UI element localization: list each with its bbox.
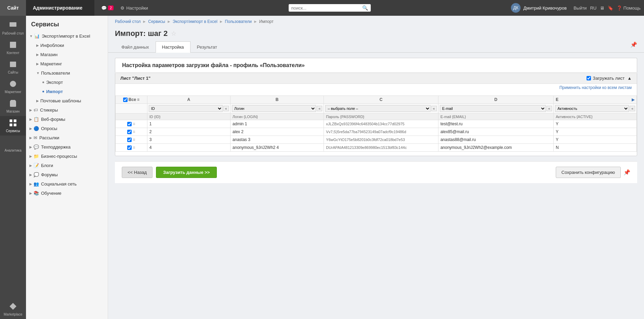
tab-result[interactable]: Результат (190, 41, 224, 52)
col-a-select[interactable]: ID (149, 105, 223, 112)
logout-button[interactable]: Выйти (574, 5, 587, 11)
col-d-select[interactable]: E-mail (440, 105, 546, 112)
nav-item-label: Обучение (41, 191, 61, 196)
sidebar-item-learning[interactable]: ▶ 📚 Обучение (26, 189, 108, 198)
scrollbar-top[interactable] (116, 91, 636, 95)
row-col-e: Y (553, 120, 636, 128)
collapse-up-icon[interactable]: ▲ (627, 76, 632, 81)
help-button[interactable]: ❓ Помощь (617, 5, 641, 11)
apply-all-link[interactable]: Применить настройки ко всем листам (115, 84, 637, 91)
col-c-expand-btn[interactable]: « (431, 106, 437, 111)
col-b-expand-btn[interactable]: « (317, 106, 322, 111)
load-data-button[interactable]: Загрузить данные >> (156, 167, 217, 178)
pin-icon[interactable]: 📌 (630, 41, 637, 52)
bookmark-icon: 🔖 (608, 5, 613, 11)
breadcrumb-sep: ► (142, 19, 146, 24)
chevron-down-icon: ▼ (36, 71, 40, 75)
sidebar-item-marketing[interactable]: Маркетинг (0, 77, 26, 97)
load-sheet-checkbox[interactable] (587, 76, 591, 80)
row-handle-icon: ≡ (133, 137, 135, 142)
sidebar-item-shop[interactable]: Магазин (0, 97, 26, 116)
sidebar-item-export[interactable]: Экспорт (26, 78, 108, 87)
row-col-d: anastas88@mail.ru (438, 136, 553, 144)
col-c-select[interactable]: – выбрать поле – (325, 105, 430, 112)
breadcrumb-excel[interactable]: Экспорт/импорт в Excel (173, 19, 218, 24)
load-sheet-checkbox-label[interactable]: Загружать лист (587, 76, 625, 81)
sidebar-item-import[interactable]: Импорт (26, 87, 108, 96)
sidebar-item-users[interactable]: ▼ Пользователи (26, 68, 108, 78)
services-icon (9, 119, 17, 128)
tab-settings[interactable]: Настройка (156, 41, 190, 53)
sidebar-item-marketing-nav[interactable]: ▶ Маркетинг (26, 59, 108, 68)
back-button[interactable]: << Назад (122, 167, 153, 178)
sidebar-item-blogs[interactable]: ▶ 📝 Блоги (26, 161, 108, 170)
sidebar-item-analytics[interactable]: Аналитика (0, 136, 26, 155)
select-all-checkbox[interactable] (123, 98, 128, 102)
row-checkbox[interactable] (127, 130, 132, 134)
breadcrumb-sep: ► (253, 19, 258, 24)
blog-icon: 📝 (34, 163, 39, 168)
col-a-expand-btn[interactable]: « (223, 106, 229, 111)
sidebar-item-mail-templates[interactable]: ▶ Почтовые шаблоны (26, 96, 108, 105)
page-title: Импорт: шаг 2 (115, 29, 168, 38)
search-input[interactable] (291, 5, 362, 11)
chevron-down-icon: ▼ (29, 34, 33, 38)
sidebar-item-marketplace[interactable]: Marketplace (0, 299, 26, 319)
sidebar-item-content[interactable]: Контент (0, 38, 26, 58)
sidebar-item-bizproc[interactable]: ▶ 📁 Бизнес-процессы (26, 152, 108, 161)
all-select-cell (116, 104, 147, 114)
col-d-expand-btn[interactable]: « (547, 106, 552, 111)
notifications-button[interactable]: 💬 2 (98, 5, 117, 11)
sidebar-item-polls[interactable]: ▶ 🔵 Опросы (26, 124, 108, 133)
sidebar-item-support[interactable]: ▶ 💬 Техподдержка (26, 142, 108, 152)
sidebar-item-social[interactable]: ▶ 👥 Социальная сеть (26, 179, 108, 189)
sidebar-item-shop-nav[interactable]: ▶ Магазин (26, 50, 108, 59)
sidebar-item-infoblocks[interactable]: ▶ Инфоблоки (26, 41, 108, 50)
content-area: Рабочий стол ► Сервисы ► Экспорт/импорт … (108, 16, 644, 319)
row-col-c: DUrAPAIA481213309e869980ec1513bf83c144c (324, 144, 438, 152)
row-checkbox[interactable] (127, 138, 132, 142)
col-b-select[interactable]: Логин (232, 105, 316, 112)
col-e-select[interactable]: Активность (555, 105, 629, 112)
tab-file-data[interactable]: Файл данных (115, 41, 156, 52)
site-button[interactable]: Сайт (0, 0, 26, 16)
save-config-button[interactable]: Сохранить конфигурацию (556, 167, 621, 178)
sidebar-item-webforms[interactable]: ▶ 📋 Веб-формы (26, 115, 108, 124)
apply-all-row: Применить настройки ко всем листам (115, 84, 637, 91)
favorite-icon[interactable]: ☆ (171, 30, 176, 37)
table-row: ≡ 2 alex 2 Vv7;S)5re5da77ba794523149a07a… (116, 128, 637, 136)
sidebar-item-excel[interactable]: ▼ 📊 Экспорт/импорт в Excel (26, 31, 108, 41)
breadcrumb-users[interactable]: Пользователи (225, 19, 252, 24)
col-c-label-cell: Пароль {PASSWORD} (324, 114, 438, 120)
pin-icon-bottom[interactable]: 📌 (623, 169, 630, 176)
settings-button[interactable]: ⚙ Настройки (117, 5, 152, 11)
svg-rect-11 (10, 119, 12, 122)
mail-icon: ✉ (34, 135, 37, 140)
col-e-expand-btn[interactable]: « (630, 106, 635, 111)
scroll-right-icon[interactable]: ▶ (632, 98, 634, 102)
col-b-header: B (230, 96, 324, 104)
all-label: Все (129, 97, 136, 102)
chevron-right-icon: ▶ (29, 154, 32, 158)
sidebar-item-stickers[interactable]: ▶ 🏷 Стикеры (26, 105, 108, 115)
breadcrumb: Рабочий стол ► Сервисы ► Экспорт/импорт … (108, 16, 644, 27)
sidebar-icon-label: Marketplace (4, 312, 22, 316)
admin-button[interactable]: Администрирование (26, 0, 94, 16)
col-a-label-cell: ID {ID} (147, 114, 230, 120)
row-checkbox-cell: ≡ (116, 128, 147, 136)
breadcrumb-services[interactable]: Сервисы (148, 19, 165, 24)
sidebar-item-mailings[interactable]: ▶ ✉ Рассылки (26, 133, 108, 142)
col-header-row: Все ≡ A B C D E (116, 96, 637, 104)
breadcrumb-desktop[interactable]: Рабочий стол (115, 19, 141, 24)
sidebar-item-services[interactable]: Сервисы (0, 116, 26, 136)
sidebar-item-forums[interactable]: ▶ 💭 Форумы (26, 170, 108, 179)
row-checkbox[interactable] (127, 145, 132, 150)
breadcrumb-sep: ► (219, 19, 223, 24)
language-selector[interactable]: RU (590, 5, 596, 11)
row-checkbox[interactable] (127, 122, 132, 126)
sidebar-item-sites[interactable]: Сайты (0, 58, 26, 77)
chevron-right-icon: ▶ (29, 117, 32, 121)
nav-item-label: Магазин (40, 52, 57, 57)
sidebar-item-desktop[interactable]: Рабочий стол (0, 18, 26, 38)
scrollbar-bottom[interactable] (116, 152, 636, 156)
